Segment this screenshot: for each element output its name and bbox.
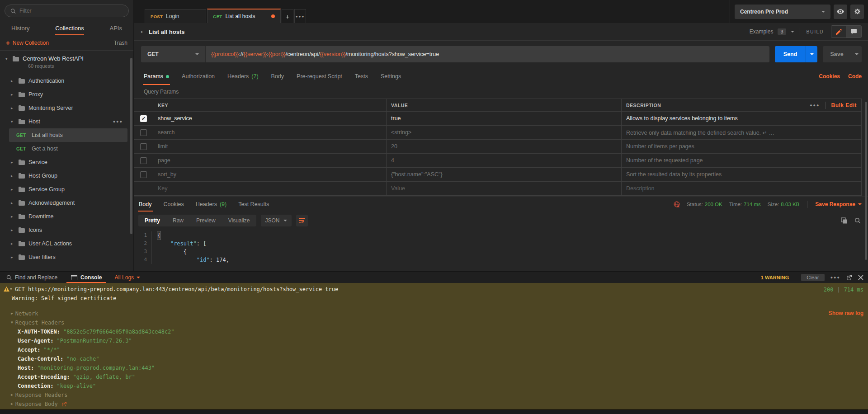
tab-body[interactable]: Body: [271, 68, 284, 85]
response-headers-group-toggle[interactable]: ▶Response Headers: [0, 390, 868, 400]
tree-folder-host[interactable]: ▾ Host ●●●: [9, 115, 127, 128]
save-options-button[interactable]: [851, 46, 862, 62]
copy-icon[interactable]: [841, 217, 847, 224]
open-response-body-button[interactable]: [61, 401, 67, 407]
view-tab-visualize[interactable]: Visualize: [222, 215, 256, 226]
save-button[interactable]: Save: [823, 46, 851, 62]
environment-quick-look-button[interactable]: [834, 5, 847, 19]
tree-folder-user-filters[interactable]: ▸ User filters: [9, 250, 127, 264]
param-key-cell[interactable]: sort_by: [153, 168, 387, 182]
chevron-down-icon[interactable]: [791, 31, 794, 33]
collection-header[interactable]: ▾ Centreon Web RestAPI 60 requests: [0, 53, 133, 74]
tab-options-button[interactable]: ●●●: [294, 9, 306, 23]
environment-settings-button[interactable]: [850, 5, 864, 19]
checkbox-unchecked[interactable]: [140, 157, 147, 164]
log-filter-selector[interactable]: All Logs: [113, 272, 142, 283]
tab-params[interactable]: Params: [144, 68, 169, 85]
param-value-cell[interactable]: 4: [387, 154, 622, 168]
param-row-checkbox-cell[interactable]: [134, 168, 153, 182]
url-input[interactable]: {{protocol}}://{{server}}:{{port}}/centr…: [206, 46, 769, 62]
examples-label[interactable]: Examples: [750, 28, 774, 35]
param-value-cell[interactable]: <string>: [387, 126, 622, 140]
view-tab-preview[interactable]: Preview: [190, 215, 222, 226]
response-body-viewer[interactable]: 1{2 "result": [3 {4 "id": 174,: [134, 230, 868, 271]
request-headers-group-toggle[interactable]: ▼Request Headers: [0, 318, 868, 327]
tree-folder-downtime[interactable]: ▸ Downtime: [9, 210, 127, 223]
tree-folder-authentication[interactable]: ▸ Authentication: [9, 74, 127, 88]
tree-folder-proxy[interactable]: ▸ Proxy: [9, 88, 127, 101]
param-row-checkbox-cell[interactable]: [134, 126, 153, 140]
param-row-checkbox-cell[interactable]: [134, 154, 153, 168]
checkbox-checked[interactable]: ✓: [140, 115, 147, 122]
chevron-right-icon[interactable]: ▸: [141, 29, 145, 34]
clear-console-button[interactable]: Clear: [801, 274, 824, 281]
param-description-cell[interactable]: Number of the requested page: [622, 154, 861, 168]
open-console-window-icon[interactable]: [846, 274, 852, 280]
param-key-cell[interactable]: page: [153, 154, 387, 168]
cookies-link[interactable]: Cookies: [819, 73, 840, 80]
param-row-checkbox-cell[interactable]: [134, 140, 153, 154]
param-key-cell[interactable]: show_service: [153, 112, 387, 126]
find-and-replace-button[interactable]: Find and Replace: [5, 272, 59, 283]
response-body-group-toggle[interactable]: ▶ Response Body: [0, 400, 868, 409]
tab-settings[interactable]: Settings: [381, 68, 401, 85]
filter-search[interactable]: [5, 5, 129, 17]
param-key-cell[interactable]: limit: [153, 140, 387, 154]
tree-request-get-a-host[interactable]: GET Get a host: [9, 142, 127, 155]
tab-pre-request-script[interactable]: Pre-request Script: [297, 68, 342, 85]
param-key-cell[interactable]: search: [153, 126, 387, 140]
sidebar-tab-apis[interactable]: APIs: [110, 22, 122, 35]
comments-button[interactable]: [846, 26, 861, 38]
param-row-checkbox-cell[interactable]: [134, 182, 153, 196]
tree-folder-acknowledgement[interactable]: ▸ Acknowledgement: [9, 196, 127, 210]
param-key-cell[interactable]: Key: [153, 182, 387, 196]
param-value-cell[interactable]: Value: [387, 182, 622, 196]
tree-folder-monitoring-server[interactable]: ▸ Monitoring Server: [9, 101, 127, 115]
save-response-button[interactable]: Save Response: [815, 201, 862, 207]
tree-folder-host-group[interactable]: ▸ Host Group: [9, 169, 127, 183]
select-all-header-cell[interactable]: [134, 99, 153, 112]
param-row-checkbox-cell[interactable]: ✓: [134, 112, 153, 126]
trash-button[interactable]: Trash: [114, 40, 127, 46]
param-description-cell[interactable]: Description: [622, 182, 861, 196]
view-tab-pretty[interactable]: Pretty: [138, 215, 166, 226]
close-console-icon[interactable]: [858, 275, 863, 280]
network-group-toggle[interactable]: ▶Network: [0, 309, 868, 318]
method-selector[interactable]: GET: [141, 46, 206, 62]
open-tab-login[interactable]: POST Login: [145, 9, 206, 23]
certificate-warning-icon[interactable]: [674, 201, 680, 207]
checkbox-unchecked[interactable]: [140, 143, 147, 150]
environment-selector[interactable]: Centreon Pre Prod: [735, 5, 830, 19]
sidebar-tab-collections[interactable]: Collections: [55, 22, 84, 35]
param-description-cell[interactable]: Allows to display services belonging to …: [622, 112, 861, 126]
param-value-cell[interactable]: 20: [387, 140, 622, 154]
tab-headers[interactable]: Headers (7): [227, 68, 259, 85]
param-value-cell[interactable]: {"host.name":"ASC"}: [387, 168, 622, 182]
tree-request-list-all-hosts[interactable]: GET List all hosts: [9, 128, 127, 142]
response-tab-test-results[interactable]: Test Results: [238, 197, 269, 212]
console-request-line[interactable]: ▼ GET https://monitoring-preprod.company…: [0, 285, 868, 294]
send-button[interactable]: Send: [775, 46, 806, 62]
tree-folder-user-acl-actions[interactable]: ▸ User ACL actions: [9, 237, 127, 250]
item-menu-icon[interactable]: ●●●: [113, 119, 127, 124]
checkbox-unchecked[interactable]: [140, 171, 147, 178]
new-collection-button[interactable]: +New Collection: [6, 39, 49, 46]
response-tab-body[interactable]: Body: [139, 197, 152, 212]
new-tab-button[interactable]: +: [282, 9, 293, 23]
main-scrollbar[interactable]: [865, 102, 867, 260]
checkbox-unchecked[interactable]: [140, 129, 147, 136]
params-options-icon[interactable]: ●●●: [810, 103, 820, 108]
param-description-cell[interactable]: Number of items per pages: [622, 140, 861, 154]
tab-tests[interactable]: Tests: [355, 68, 368, 85]
show-raw-log-link[interactable]: Show raw log: [829, 310, 863, 316]
console-tab[interactable]: Console: [69, 272, 104, 283]
response-tab-headers[interactable]: Headers (9): [196, 197, 227, 212]
open-tab-list-all-hosts[interactable]: GET List all hosts: [207, 9, 281, 23]
search-response-icon[interactable]: [854, 217, 861, 224]
wrap-text-button[interactable]: [296, 215, 308, 226]
send-options-button[interactable]: [806, 46, 817, 62]
bulk-edit-link[interactable]: Bulk Edit: [831, 102, 857, 108]
sidebar-scrollbar[interactable]: [130, 58, 132, 234]
param-value-cell[interactable]: true: [387, 112, 622, 126]
console-options-icon[interactable]: ●●●: [830, 275, 840, 280]
